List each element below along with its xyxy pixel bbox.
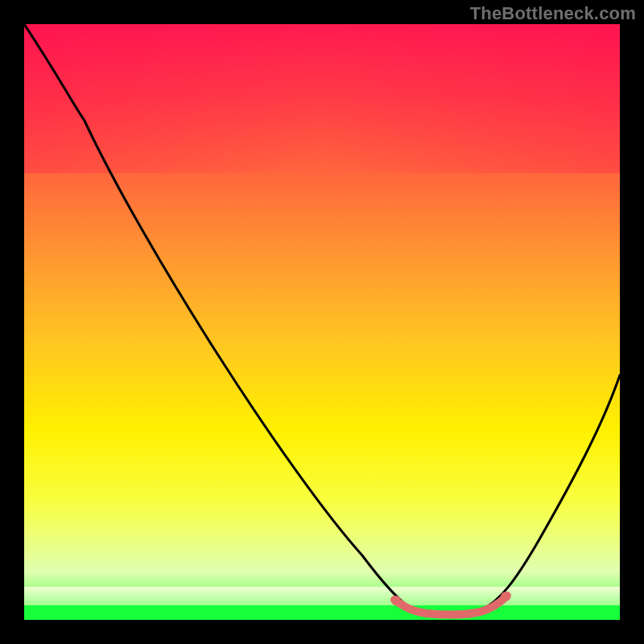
- plot-area: [24, 24, 620, 620]
- chart-frame: TheBottleneck.com: [0, 0, 644, 644]
- valley-dot-right: [501, 592, 510, 601]
- watermark-text: TheBottleneck.com: [470, 3, 636, 24]
- valley-highlight: [394, 596, 507, 614]
- curve-layer: [24, 24, 620, 620]
- valley-dot-left: [391, 596, 401, 605]
- bottleneck-curve: [24, 24, 620, 613]
